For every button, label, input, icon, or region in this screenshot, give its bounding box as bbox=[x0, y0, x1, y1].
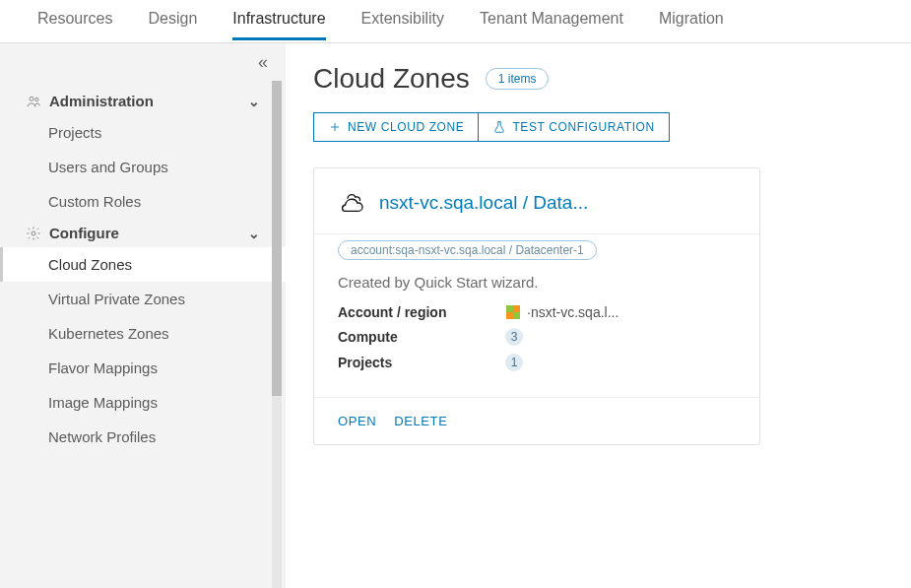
tab-infrastructure[interactable]: Infrastructure bbox=[232, 10, 325, 40]
svg-point-2 bbox=[32, 231, 35, 235]
cloud-zone-card: nsxt-vc.sqa.local / Data... account:sqa-… bbox=[313, 167, 760, 445]
test-configuration-label: TEST CONFIGURATION bbox=[512, 120, 654, 134]
kv-projects: Projects 1 bbox=[338, 354, 736, 371]
open-button[interactable]: OPEN bbox=[338, 414, 376, 428]
svg-rect-5 bbox=[506, 312, 513, 319]
chevron-down-icon: ⌄ bbox=[248, 94, 260, 109]
top-tabs: Resources Design Infrastructure Extensib… bbox=[0, 0, 911, 43]
sidebar-item-projects[interactable]: Projects bbox=[0, 115, 286, 150]
account-region-label: Account / region bbox=[338, 304, 505, 320]
card-footer: OPEN DELETE bbox=[314, 397, 759, 444]
users-icon bbox=[26, 94, 41, 109]
account-region-value: ·nsxt-vc.sqa.l... bbox=[505, 304, 618, 320]
flask-icon bbox=[492, 120, 506, 134]
svg-rect-4 bbox=[513, 305, 520, 312]
vcenter-icon bbox=[505, 304, 521, 320]
plus-icon bbox=[328, 120, 342, 134]
scrollbar-thumb[interactable] bbox=[272, 81, 282, 396]
kv-account-region: Account / region ·nsxt-vc.sqa.l... bbox=[338, 304, 736, 320]
svg-rect-3 bbox=[506, 305, 513, 312]
sidebar-collapse-row: « bbox=[0, 43, 286, 81]
tab-migration[interactable]: Migration bbox=[659, 10, 724, 40]
svg-point-1 bbox=[35, 98, 38, 100]
tab-design[interactable]: Design bbox=[148, 10, 197, 40]
sidebar-item-custom-roles[interactable]: Custom Roles bbox=[0, 184, 286, 219]
collapse-sidebar-icon[interactable]: « bbox=[258, 52, 268, 73]
sidebar-scroll: Administration ⌄ Projects Users and Grou… bbox=[0, 81, 286, 588]
sidebar-item-kubernetes-zones[interactable]: Kubernetes Zones bbox=[0, 316, 286, 351]
tab-tenant-management[interactable]: Tenant Management bbox=[480, 10, 623, 40]
card-description: Created by Quick Start wizard. bbox=[338, 274, 736, 291]
svg-point-0 bbox=[30, 97, 33, 100]
sidebar: « Administration ⌄ Projects Users and Gr… bbox=[0, 43, 286, 588]
card-title-link[interactable]: nsxt-vc.sqa.local / Data... bbox=[379, 192, 588, 214]
kv-compute: Compute 3 bbox=[338, 328, 736, 346]
sidebar-section-administration[interactable]: Administration ⌄ bbox=[0, 87, 286, 115]
projects-label: Projects bbox=[338, 355, 505, 370]
sidebar-section-configure[interactable]: Configure ⌄ bbox=[0, 219, 286, 247]
account-region-text: ·nsxt-vc.sqa.l... bbox=[527, 304, 618, 320]
new-cloud-zone-button[interactable]: NEW CLOUD ZONE bbox=[314, 113, 479, 141]
svg-rect-6 bbox=[513, 312, 520, 319]
item-count-badge: 1 items bbox=[486, 68, 550, 90]
projects-count-badge: 1 bbox=[505, 354, 523, 371]
action-button-group: NEW CLOUD ZONE TEST CONFIGURATION bbox=[313, 112, 670, 142]
sidebar-item-users-groups[interactable]: Users and Groups bbox=[0, 150, 286, 184]
sidebar-item-flavor-mappings[interactable]: Flavor Mappings bbox=[0, 351, 286, 385]
sidebar-item-virtual-private-zones[interactable]: Virtual Private Zones bbox=[0, 282, 286, 316]
compute-count-badge: 3 bbox=[505, 328, 523, 346]
chevron-down-icon: ⌄ bbox=[248, 226, 260, 241]
delete-button[interactable]: DELETE bbox=[394, 414, 447, 428]
card-header: nsxt-vc.sqa.local / Data... bbox=[314, 168, 759, 233]
account-tag-pill: account:sqa-nsxt-vc.sqa.local / Datacent… bbox=[338, 240, 597, 260]
page-title: Cloud Zones bbox=[313, 63, 470, 95]
sidebar-item-cloud-zones[interactable]: Cloud Zones bbox=[0, 247, 286, 282]
sidebar-item-image-mappings[interactable]: Image Mappings bbox=[0, 385, 286, 420]
tab-extensibility[interactable]: Extensibility bbox=[361, 10, 444, 40]
test-configuration-button[interactable]: TEST CONFIGURATION bbox=[479, 113, 668, 141]
sidebar-section-label: Administration bbox=[49, 93, 154, 109]
new-cloud-zone-label: NEW CLOUD ZONE bbox=[348, 120, 464, 134]
tab-resources[interactable]: Resources bbox=[37, 10, 112, 40]
card-body: account:sqa-nsxt-vc.sqa.local / Datacent… bbox=[314, 233, 759, 397]
scrollbar-track[interactable] bbox=[272, 81, 282, 588]
gear-icon bbox=[26, 226, 41, 241]
clouds-icon bbox=[338, 190, 367, 216]
page-title-row: Cloud Zones 1 items bbox=[313, 63, 883, 95]
sidebar-section-label: Configure bbox=[49, 225, 119, 241]
compute-label: Compute bbox=[338, 329, 505, 345]
main-content: Cloud Zones 1 items NEW CLOUD ZONE TEST … bbox=[286, 43, 911, 588]
body: « Administration ⌄ Projects Users and Gr… bbox=[0, 43, 911, 588]
sidebar-item-network-profiles[interactable]: Network Profiles bbox=[0, 420, 286, 454]
sidebar-content: Administration ⌄ Projects Users and Grou… bbox=[0, 81, 286, 474]
